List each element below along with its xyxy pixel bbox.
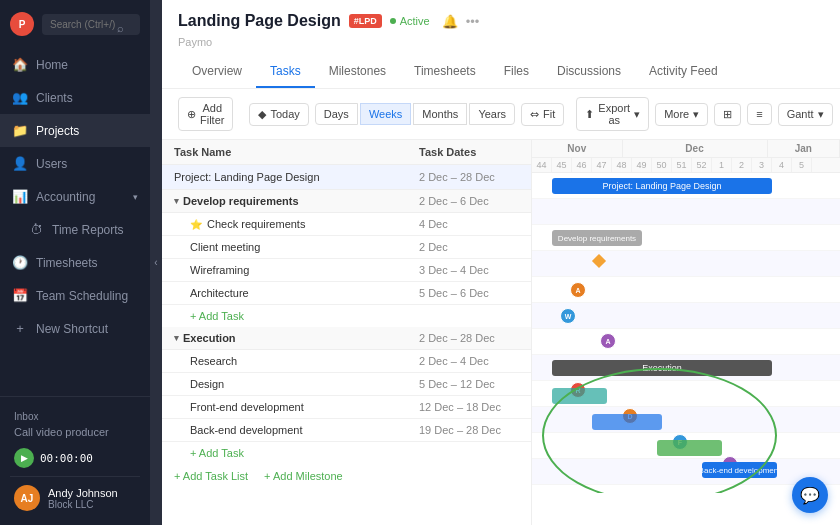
tab-discussions[interactable]: Discussions (543, 56, 635, 88)
sidebar-nav: 🏠 Home 👥 Clients 📁 Projects 👤 Users 📊 Ac… (0, 48, 150, 396)
columns-button[interactable]: ⊞ (714, 103, 741, 126)
sidebar-item-users-label: Users (36, 157, 67, 171)
sidebar-item-clients[interactable]: 👥 Clients (0, 81, 150, 114)
gantt-day: 48 (612, 158, 632, 172)
years-button[interactable]: Years (469, 103, 515, 125)
tab-milestones[interactable]: Milestones (315, 56, 400, 88)
gantt-day: 47 (592, 158, 612, 172)
gantt-day: 3 (752, 158, 772, 172)
avatar: AJ (14, 485, 40, 511)
add-task-list-button[interactable]: + Add Task List (174, 470, 248, 482)
status-badge: Active (390, 15, 430, 27)
chat-icon: 💬 (800, 486, 820, 505)
sidebar-item-team-scheduling[interactable]: 📅 Team Scheduling (0, 279, 150, 312)
gantt-bar-label: Develop requirements (556, 234, 638, 243)
gantt-bar-research[interactable] (552, 388, 607, 404)
task-dates: 19 Dec – 28 Dec (419, 424, 519, 436)
avatar-dot: W (560, 308, 576, 324)
sidebar-item-accounting-label: Accounting (36, 190, 95, 204)
tab-tasks[interactable]: Tasks (256, 56, 315, 88)
sidebar-item-home[interactable]: 🏠 Home (0, 48, 150, 81)
fit-button[interactable]: ⇔ Fit (521, 103, 564, 126)
add-task-button-group2[interactable]: + Add Task (162, 442, 531, 464)
team-scheduling-icon: 📅 (12, 288, 28, 303)
group-expand-icon[interactable]: ▾ (174, 196, 179, 206)
task-dates: 2 Dec – 4 Dec (419, 355, 519, 367)
sidebar-item-accounting[interactable]: 📊 Accounting ▾ (0, 180, 150, 213)
more-icon[interactable]: ••• (466, 14, 480, 29)
group-header-develop-requirements: ▾ Develop requirements 2 Dec – 6 Dec (162, 190, 531, 213)
task-row: Client meeting 2 Dec (162, 236, 531, 259)
avatar-dot: A (600, 333, 616, 349)
sidebar: P ⌕ 🏠 Home 👥 Clients 📁 Projects 👤 Users … (0, 0, 150, 525)
tab-timesheets[interactable]: Timesheets (400, 56, 490, 88)
today-button[interactable]: ◆ Today (249, 103, 308, 126)
page-header: Landing Page Design #LPD Active 🔔 ••• Pa… (162, 0, 840, 89)
gantt-button[interactable]: Gantt ▾ (778, 103, 833, 126)
sidebar-item-home-label: Home (36, 58, 68, 72)
gantt-bar-execution[interactable]: Execution (552, 360, 772, 376)
gantt-bar-develop-requirements[interactable]: Develop requirements (552, 230, 642, 246)
more-button[interactable]: More ▾ (655, 103, 708, 126)
gantt-day: 1 (712, 158, 732, 172)
tab-overview[interactable]: Overview (178, 56, 256, 88)
task-row: Wireframing 3 Dec – 4 Dec (162, 259, 531, 282)
export-button[interactable]: ⬆ Export as ▾ (576, 97, 649, 131)
sidebar-item-clients-label: Clients (36, 91, 73, 105)
fit-icon: ⇔ (530, 108, 539, 121)
page-title-row: Landing Page Design #LPD Active 🔔 ••• (178, 12, 824, 30)
gantt-day: 45 (552, 158, 572, 172)
tab-activity-feed[interactable]: Activity Feed (635, 56, 732, 88)
status-label: Active (400, 15, 430, 27)
gantt-body: Project: Landing Page Design Develop req… (532, 173, 840, 493)
add-task-button-group1[interactable]: + Add Task (162, 305, 531, 327)
timer-play-button[interactable]: ▶ (14, 448, 34, 468)
new-shortcut-icon: + (12, 321, 28, 336)
gantt-bar-backend[interactable]: Back-end development (702, 462, 777, 478)
page-tabs: Overview Tasks Milestones Timesheets Fil… (178, 56, 824, 88)
gantt-day: 44 (532, 158, 552, 172)
days-button[interactable]: Days (315, 103, 358, 125)
months-button[interactable]: Months (413, 103, 467, 125)
sidebar-item-timesheets[interactable]: 🕐 Timesheets (0, 246, 150, 279)
group-expand-icon[interactable]: ▾ (174, 333, 179, 343)
chart-type-button[interactable]: ≡ (747, 103, 771, 125)
inbox-item: Call video producer (10, 424, 140, 444)
task-row-name: Research (190, 355, 419, 367)
gantt-bar-project[interactable]: Project: Landing Page Design (552, 178, 772, 194)
task-row: Back-end development 19 Dec – 28 Dec (162, 419, 531, 442)
projects-icon: 📁 (12, 123, 28, 138)
gantt-day: 5 (792, 158, 812, 172)
gantt-month-jan: Jan (768, 140, 841, 157)
gantt-bar-design[interactable] (592, 414, 662, 430)
task-list-header: Task Name Task Dates (162, 140, 531, 165)
task-row-name: Wireframing (190, 264, 419, 276)
gantt-day: 51 (672, 158, 692, 172)
tab-files[interactable]: Files (490, 56, 543, 88)
page-subtitle: Paymo (178, 36, 824, 48)
task-row-name: Front-end development (190, 401, 419, 413)
sidebar-item-projects[interactable]: 📁 Projects (0, 114, 150, 147)
task-row: Architecture 5 Dec – 6 Dec (162, 282, 531, 305)
bell-icon[interactable]: 🔔 (442, 14, 458, 29)
sidebar-item-new-shortcut[interactable]: + New Shortcut (0, 312, 150, 345)
task-dates-col-header: Task Dates (419, 146, 519, 158)
project-row: Project: Landing Page Design 2 Dec – 28 … (162, 165, 531, 190)
weeks-button[interactable]: Weeks (360, 103, 411, 125)
add-milestone-button[interactable]: + Add Milestone (264, 470, 343, 482)
group-name: Execution (183, 332, 419, 344)
sidebar-item-users[interactable]: 👤 Users (0, 147, 150, 180)
task-row: Front-end development 12 Dec – 18 Dec (162, 396, 531, 419)
add-filter-button[interactable]: ⊕ Add Filter (178, 97, 233, 131)
gantt-bar-label: Project: Landing Page Design (598, 181, 725, 191)
gantt-days-row: 44 45 46 47 48 49 50 51 52 1 2 3 4 5 (532, 158, 840, 173)
task-list: Task Name Task Dates Project: Landing Pa… (162, 140, 532, 525)
sidebar-collapse-button[interactable]: ‹ (150, 0, 162, 525)
chat-button[interactable]: 💬 (792, 477, 828, 513)
content-area: Task Name Task Dates Project: Landing Pa… (162, 140, 840, 525)
search-input[interactable] (42, 14, 140, 35)
sidebar-item-time-reports[interactable]: ⏱ Time Reports (0, 213, 150, 246)
gantt-bar-frontend[interactable] (657, 440, 722, 456)
project-row-dates: 2 Dec – 28 Dec (419, 171, 519, 183)
task-row-name: Back-end development (190, 424, 419, 436)
